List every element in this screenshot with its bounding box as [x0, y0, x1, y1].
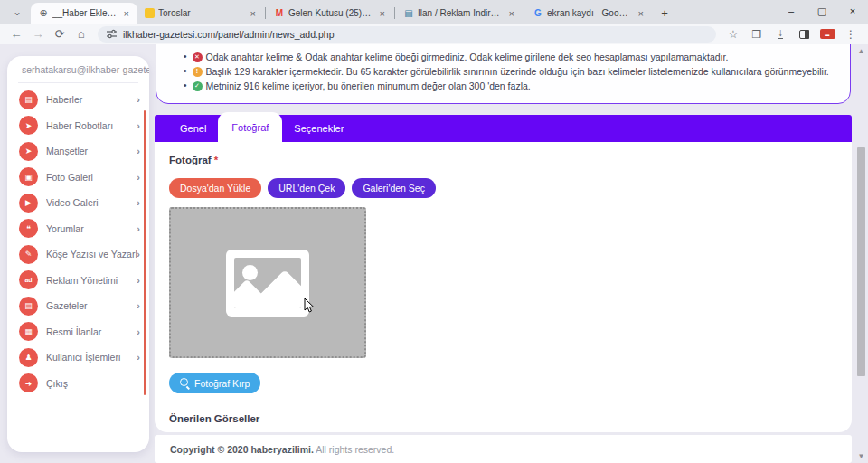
sidebar-item-reklam-yonetimi[interactable]: ad Reklam Yönetimi ›	[7, 268, 149, 294]
crop-photo-button[interactable]: Fotoğraf Kırp	[169, 373, 260, 393]
warning-icon: !	[193, 67, 203, 77]
sidebar-item-resmi-ilanlar[interactable]: ▦ Resmi İlanlar ›	[7, 319, 149, 345]
footer: Copyright © 2020 haberyazilimi. All righ…	[155, 435, 852, 463]
minimize-button[interactable]: –	[776, 0, 807, 22]
sidebar-item-label: Haberler	[46, 94, 137, 105]
upload-from-file-button[interactable]: Dosya'dan Yükle	[169, 178, 261, 198]
chevron-right-icon: ›	[137, 275, 140, 286]
close-icon[interactable]: ×	[121, 8, 132, 19]
close-icon[interactable]: ×	[377, 8, 388, 19]
chevron-right-icon: ›	[137, 300, 140, 311]
tab-title: __Haber Ekle__	[52, 8, 118, 18]
browser-tab-2[interactable]: Toroslar ×	[137, 3, 264, 24]
chevron-right-icon: ›	[137, 172, 140, 183]
sidebar-item-gazeteler[interactable]: ▤ Gazeteler ›	[7, 293, 149, 319]
extension-icon[interactable]: ❒	[748, 25, 766, 43]
sidebar-item-cikis[interactable]: ➜ Çıkış	[7, 371, 149, 397]
bullet: •	[184, 66, 187, 77]
required-asterisk: *	[214, 155, 218, 165]
sidebar-item-yorumlar[interactable]: ❝ Yorumlar ›	[7, 216, 149, 242]
sidebar-item-label: Manşetler	[46, 146, 137, 156]
sidebar-item-label: Resmi İlanlar	[46, 326, 137, 337]
fetch-from-url-button[interactable]: URL'den Çek	[268, 178, 345, 198]
chevron-right-icon: ›	[137, 197, 140, 208]
select-from-gallery-button[interactable]: Galeri'den Seç	[352, 178, 436, 198]
photo-field-label: Fotoğraf *	[169, 155, 837, 165]
sidebar-item-label: Yorumlar	[46, 223, 137, 234]
divider	[18, 82, 138, 83]
headline-icon: ➤	[19, 142, 38, 161]
bullet: •	[184, 52, 187, 62]
success-icon: ✓	[193, 81, 203, 91]
warning-row-warning: • ! Başlık 129 karakter içermektedir. Bu…	[184, 66, 837, 78]
tab-divider	[265, 7, 266, 19]
document-icon: ▤	[403, 8, 414, 19]
browser-toolbar: ← → ⟳ ⌂ ilkhaber-gazetesi.com/panel/admi…	[0, 24, 868, 44]
page: serhatakarsu@ilkhaber-gazetesi ▤ Haberle…	[0, 44, 868, 463]
user-email: serhatakarsu@ilkhaber-gazetesi	[7, 64, 149, 75]
sidebar-item-label: Haber Robotları	[46, 120, 137, 131]
tab-title: Gelen Kutusu (25) - ilkhaberga...	[288, 8, 373, 18]
new-tab-button[interactable]: +	[656, 4, 674, 22]
close-icon[interactable]: ×	[248, 8, 259, 19]
tab-divider	[394, 7, 395, 19]
browser-tab-strip: ⌄ ⊕ __Haber Ekle__ × Toroslar × M Gelen …	[0, 0, 868, 24]
scroll-up-arrow[interactable]: ▲	[855, 46, 867, 56]
bookmark-star-icon[interactable]: ☆	[724, 25, 742, 43]
tab-secenekler[interactable]: Seçenekler	[282, 115, 355, 142]
sidebar-item-foto-galeri[interactable]: ▣ Foto Galeri ›	[7, 165, 149, 191]
main-content: • ✕ Odak anahtar kelime & Odak anahtar k…	[155, 44, 852, 463]
browser-tab-3[interactable]: M Gelen Kutusu (25) - ilkhaberga... ×	[267, 3, 393, 24]
sidebar-item-haberler[interactable]: ▤ Haberler ›	[7, 87, 149, 113]
video-icon: ▶	[19, 194, 38, 213]
sidebar-item-kullanici-islemleri[interactable]: ♟ Kullanıcı İşlemleri ›	[7, 345, 149, 371]
logout-icon: ➜	[19, 373, 38, 392]
photo-tab-panel: Fotoğraf * Dosya'dan Yükle URL'den Çek G…	[155, 142, 852, 432]
download-icon[interactable]: ↓	[771, 25, 789, 43]
tab-search-chevron-icon[interactable]: ⌄	[5, 3, 29, 21]
sidebar-item-label: Köşe Yazısı ve Yazarları	[46, 249, 137, 260]
sidebar-item-haber-robotlari[interactable]: ➤ Haber Robotları ›	[7, 113, 149, 139]
browser-tab-5[interactable]: G ekran kaydı - Google'da Ara ×	[525, 3, 652, 24]
reload-button[interactable]: ⟳	[51, 25, 69, 43]
sidebar-item-label: Gazeteler	[46, 300, 137, 311]
close-icon[interactable]: ×	[636, 8, 646, 19]
scroll-down-arrow[interactable]: ▼	[855, 451, 867, 461]
sidebar-item-kose-yazisi[interactable]: ✎ Köşe Yazısı ve Yazarları ›	[7, 241, 149, 268]
back-button[interactable]: ←	[7, 25, 25, 43]
warning-text: Başlık 129 karakter içermektedir. Bu 65 …	[206, 66, 829, 78]
site-icon	[145, 8, 155, 18]
window-controls: – ▢ ×	[776, 0, 868, 22]
rights-text: All rights reserved.	[314, 444, 394, 455]
editor-tab-bar: Genel Fotoğraf Seçenekler	[155, 115, 852, 142]
maximize-button[interactable]: ▢	[807, 0, 837, 22]
bullet: •	[184, 80, 187, 91]
forward-button[interactable]: →	[29, 25, 47, 43]
chevron-right-icon: ›	[137, 352, 140, 363]
tab-fotograf[interactable]: Fotoğraf	[218, 112, 282, 142]
tab-genel[interactable]: Genel	[168, 115, 218, 142]
google-icon: G	[533, 8, 543, 19]
browser-tab-1[interactable]: ⊕ __Haber Ekle__ ×	[31, 3, 137, 24]
red-extension-badge[interactable]: ▬	[818, 25, 836, 43]
address-bar[interactable]: ilkhaber-gazetesi.com/panel/admin/news_a…	[98, 26, 716, 43]
warning-row-error: • ✕ Odak anahtar kelime & Odak anahtar k…	[184, 52, 837, 63]
photo-placeholder-dropzone[interactable]	[169, 207, 366, 358]
sidebar-item-label: Çıkış	[46, 378, 140, 389]
close-icon[interactable]: ×	[506, 8, 517, 19]
window-close-button[interactable]: ×	[837, 0, 868, 22]
sidebar-scrollbar[interactable]	[144, 110, 146, 395]
sidebar-item-video-galeri[interactable]: ▶ Video Galeri ›	[7, 190, 149, 216]
side-panel-icon[interactable]	[795, 25, 813, 43]
home-button[interactable]: ⌂	[72, 25, 90, 43]
page-scrollbar[interactable]: ▲ ▼	[855, 46, 867, 461]
browser-tab-4[interactable]: ▤ İlan / Reklam İndirme - İlan Bil... ×	[396, 3, 523, 24]
site-info-icon[interactable]	[107, 29, 117, 39]
scrollbar-thumb[interactable]	[857, 147, 865, 376]
copyright-text: Copyright © 2020 haberyazilimi.	[170, 444, 314, 455]
sidebar-item-mansetler[interactable]: ➤ Manşetler ›	[7, 138, 149, 165]
robot-icon: ➤	[19, 116, 38, 135]
suggested-images-title: Önerilen Görseller	[169, 413, 837, 424]
menu-dots-icon[interactable]: ⋮	[842, 25, 860, 43]
tab-divider	[524, 7, 524, 19]
